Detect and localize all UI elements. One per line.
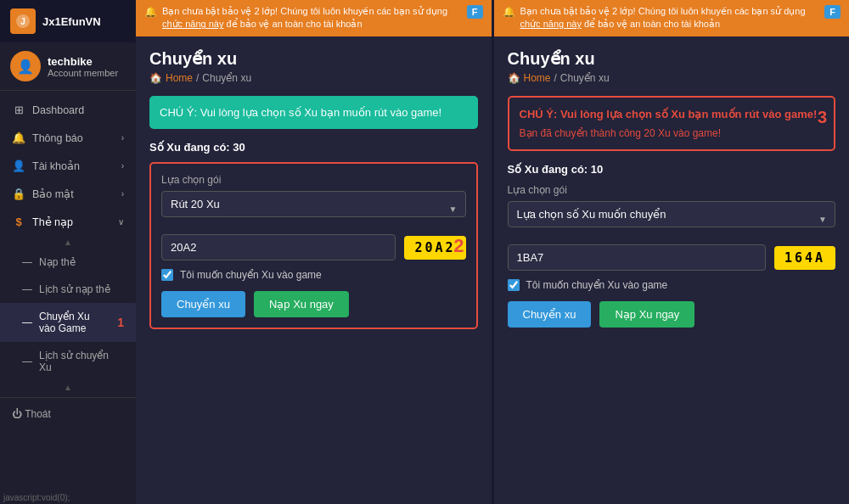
sidebar-item-lichsunap[interactable]: — Lịch sử nạp thẻ xyxy=(0,276,136,303)
logo-text: Jx1EfunVN xyxy=(42,15,101,28)
panel-1: 🔔 Bạn chưa bật bảo vệ 2 lớp! Chúng tôi l… xyxy=(136,0,494,504)
step-badge-3: 3 xyxy=(818,104,827,130)
f-badge-1[interactable]: F xyxy=(467,5,483,19)
sidebar-item-lichsuchuyen[interactable]: — Lịch sử chuyển Xu xyxy=(0,342,136,381)
sidebar-item-chuyenxu[interactable]: — Chuyển Xu vào Game 1 xyxy=(0,303,136,342)
nav-divider xyxy=(0,397,136,398)
captcha-row-1: 2 20A2 xyxy=(161,234,466,260)
form-section-1: Lựa chọn gói Rút 20 Xu Rút 50 Xu Rút 100… xyxy=(149,162,478,329)
sidebar-item-thoat[interactable]: ⏻ Thoát xyxy=(0,401,136,427)
dashboard-icon: ⊞ xyxy=(12,104,25,116)
xu-label-1: Số Xu đang có: xyxy=(149,141,230,154)
top-banner-2: 🔔 Bạn chưa bật bảo vệ 2 lớp! Chúng tôi l… xyxy=(494,0,850,36)
banner-link-2[interactable]: chức năng này xyxy=(520,19,582,29)
lock-icon: 🔒 xyxy=(12,188,25,200)
page-title-2: Chuyển xu xyxy=(508,48,836,69)
confirm-checkbox-1[interactable] xyxy=(161,269,173,281)
banner-link-1[interactable]: chức năng này xyxy=(162,19,223,29)
xu-value-1: 30 xyxy=(233,141,245,154)
sidebar-item-napthe[interactable]: — Nạp thẻ xyxy=(0,249,136,276)
chevron-icon: › xyxy=(121,133,124,143)
dash-icon: — xyxy=(22,316,32,328)
nap-xu-button-2[interactable]: Nạp Xu ngay xyxy=(599,301,694,328)
form-label-2: Lựa chọn gói xyxy=(508,184,836,196)
xu-label-2: Số Xu đang có: xyxy=(508,163,588,176)
chuyen-xu-button-2[interactable]: Chuyển xu xyxy=(508,301,592,328)
main-area: 🔔 Bạn chưa bật bảo vệ 2 lớp! Chúng tôi l… xyxy=(136,0,849,504)
breadcrumb-current-1: Chuyển xu xyxy=(202,72,251,84)
panel-2: 🔔 Bạn chưa bật bảo vệ 2 lớp! Chúng tôi l… xyxy=(494,0,850,504)
step-badge-2: 2 xyxy=(453,235,464,257)
panel-1-content: Chuyển xu 🏠 Home / Chuyển xu CHÚ Ý: Vui … xyxy=(136,36,492,504)
breadcrumb-sep: / xyxy=(196,72,199,84)
bell-icon: 🔔 xyxy=(12,132,25,144)
dash-icon: — xyxy=(22,283,32,295)
checkbox-label-1: Tôi muốn chuyển Xu vào game xyxy=(180,269,322,281)
note-box-2: 3 CHÚ Ý: Vui lòng lựa chọn số Xu bạn muố… xyxy=(508,96,836,152)
breadcrumb-home-1[interactable]: Home xyxy=(166,72,193,84)
note-success-2: Bạn đã chuyển thành công 20 Xu vào game! xyxy=(520,126,824,141)
user-profile: 👤 techbike Account member xyxy=(0,42,136,91)
banner-text-2: Bạn chưa bật bảo vệ 2 lớp! Chúng tôi luô… xyxy=(520,5,820,31)
chevron-down-icon: ∨ xyxy=(118,217,124,227)
avatar: 👤 xyxy=(10,51,41,81)
sidebar-item-label: Thẻ nạp xyxy=(32,216,73,228)
chevron-icon: › xyxy=(121,189,124,199)
f-badge-2[interactable]: F xyxy=(824,5,841,19)
nap-xu-button-1[interactable]: Nạp Xu ngay xyxy=(254,291,349,317)
package-select-1[interactable]: Rút 20 Xu Rút 50 Xu Rút 100 Xu xyxy=(161,191,466,217)
chevron-icon: › xyxy=(121,161,124,171)
checkbox-row-1: Tôi muốn chuyển Xu vào game xyxy=(161,269,466,281)
chuyen-xu-button-1[interactable]: Chuyển xu xyxy=(161,291,245,317)
form-section-2-wrapper: Lựa chọn gói Lựa chọn số Xu muốn chuyển … xyxy=(508,184,836,328)
sidebar-item-label: Nạp thẻ xyxy=(39,256,76,268)
money-icon: $ xyxy=(12,216,25,228)
power-icon: ⏻ xyxy=(12,408,25,420)
captcha-row-2: 164A xyxy=(508,244,836,271)
sidebar-item-baomatk[interactable]: 🔒 Bảo mật › xyxy=(0,180,136,208)
xu-info-2: Số Xu đang có: 10 xyxy=(508,163,836,176)
collapse-indicator2: ▲ xyxy=(0,381,136,394)
breadcrumb-1: 🏠 Home / Chuyển xu xyxy=(149,72,478,84)
note-title-2: CHÚ Ý: Vui lòng lựa chọn số Xu bạn muốn … xyxy=(520,106,824,123)
sidebar-item-label: Lịch sử chuyển Xu xyxy=(39,350,124,373)
btn-row-2: Chuyển xu Nạp Xu ngay xyxy=(508,301,836,328)
select-wrapper-2: Lựa chọn số Xu muốn chuyển Rút 20 Xu Rút… xyxy=(508,201,836,236)
user-icon: 👤 xyxy=(12,160,25,172)
btn-row-1: Chuyển xu Nạp Xu ngay xyxy=(161,291,466,317)
sidebar-item-label: Dashboard xyxy=(32,104,84,116)
sidebar-item-label: Lịch sử nạp thẻ xyxy=(39,283,110,295)
captcha-input-2[interactable] xyxy=(508,244,766,271)
collapse-indicator: ▲ xyxy=(0,236,136,249)
form-label-1: Lựa chọn gói xyxy=(161,174,466,186)
top-banner-1: 🔔 Bạn chưa bật bảo vệ 2 lớp! Chúng tôi l… xyxy=(136,0,492,36)
sidebar-item-label: Thông báo xyxy=(32,132,83,144)
sidebar-item-label: Chuyển Xu vào Game xyxy=(39,311,107,334)
captcha-input-1[interactable] xyxy=(161,234,396,260)
breadcrumb-2: 🏠 Home / Chuyển xu xyxy=(508,72,836,84)
user-name: techbike xyxy=(48,55,118,68)
package-select-2[interactable]: Lựa chọn số Xu muốn chuyển Rút 20 Xu Rút… xyxy=(508,201,836,227)
logout-label: Thoát xyxy=(25,408,51,420)
banner-bell-icon: 🔔 xyxy=(144,6,157,18)
dash-icon: — xyxy=(22,256,32,268)
note-box-1: CHÚ Ý: Vui lòng lựa chọn số Xu bạn muốn … xyxy=(149,96,478,130)
banner-text-1: Bạn chưa bật bảo vệ 2 lớp! Chúng tôi luô… xyxy=(162,5,462,31)
sidebar-item-taikhoan[interactable]: 👤 Tài khoản › xyxy=(0,152,136,180)
breadcrumb-home-2[interactable]: Home xyxy=(524,72,551,84)
sidebar-item-thongbao[interactable]: 🔔 Thông báo › xyxy=(0,124,136,152)
dash-icon: — xyxy=(22,356,32,367)
sidebar-item-label: Bảo mật xyxy=(32,188,74,200)
step1-badge: 1 xyxy=(117,316,124,329)
js-status: javascript:void(0); xyxy=(0,491,73,504)
sidebar-item-thenap[interactable]: $ Thẻ nạp ∨ xyxy=(0,208,136,236)
profile-info: techbike Account member xyxy=(48,55,118,78)
confirm-checkbox-2[interactable] xyxy=(508,279,520,291)
sidebar-item-dashboard[interactable]: ⊞ Dashboard xyxy=(0,96,136,124)
banner-bell-icon-2: 🔔 xyxy=(503,6,515,18)
svg-text:J: J xyxy=(20,17,25,26)
breadcrumb-sep-2: / xyxy=(554,72,557,84)
checkbox-row-2: Tôi muốn chuyển Xu vào game xyxy=(508,279,836,291)
breadcrumb-current-2: Chuyển xu xyxy=(560,72,610,84)
home-icon-1: 🏠 xyxy=(149,72,162,84)
